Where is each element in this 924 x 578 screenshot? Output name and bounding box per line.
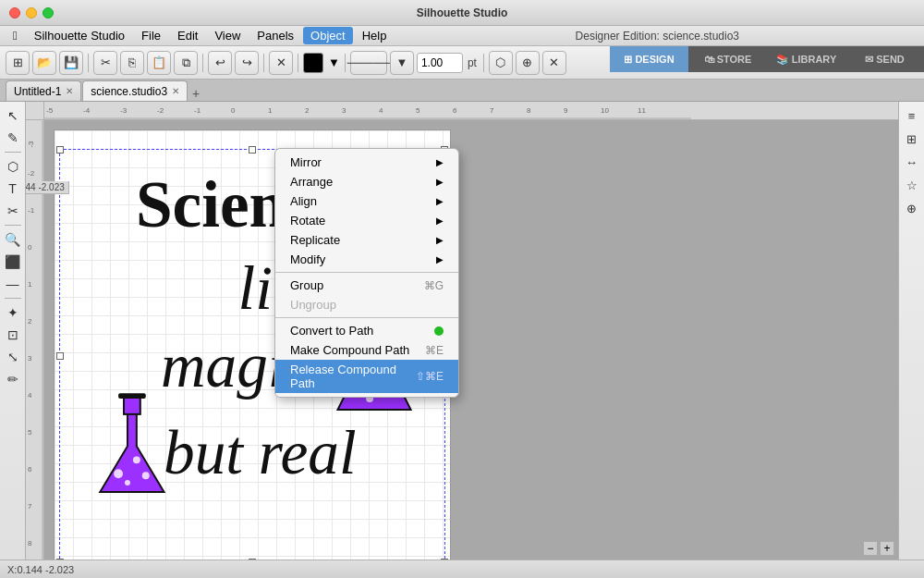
line-dropdown[interactable]: ▼ (390, 51, 414, 75)
svg-rect-37 (118, 393, 146, 399)
text-tool[interactable]: T (3, 178, 23, 199)
menu-apple[interactable]:  (6, 27, 25, 44)
menu-sep2 (275, 317, 458, 318)
svg-text:5: 5 (28, 428, 32, 437)
svg-text:6: 6 (453, 106, 457, 115)
color-picker[interactable] (303, 53, 323, 73)
close-btn2[interactable]: ✕ (542, 51, 566, 75)
nodes-btn[interactable]: ⬡ (489, 51, 513, 75)
draw-tool[interactable]: ✎ (3, 128, 23, 148)
lt-sep2 (5, 225, 21, 226)
menu-group[interactable]: Group ⌘G (275, 276, 458, 295)
minimize-button[interactable] (26, 7, 37, 18)
maximize-button[interactable] (43, 7, 54, 18)
menu-panels[interactable]: Panels (249, 27, 301, 44)
paste-button[interactable]: 📋 (147, 51, 171, 75)
ruler-corner (26, 102, 44, 120)
svg-text:2: 2 (305, 106, 310, 115)
menu-mirror[interactable]: Mirror ▶ (275, 153, 458, 172)
ruler-h-ticks: -5 -4 -3 -2 -1 0 1 2 3 4 5 6 7 8 9 10 11 (44, 102, 898, 120)
svg-text:-5: -5 (46, 106, 54, 115)
store-icon: 🛍 (704, 54, 714, 65)
rp-btn-4[interactable]: ☆ (902, 175, 922, 195)
tabs-row: Untitled-1 ✕ science.studio3 ✕ + (0, 80, 924, 102)
menu-object[interactable]: Object (303, 27, 353, 44)
statusbar: X:0.144 -2.023 (0, 560, 924, 578)
zoom-in[interactable]: + (880, 541, 894, 556)
svg-text:5: 5 (416, 106, 420, 115)
zoom-out[interactable]: − (863, 541, 878, 556)
handle-top-left[interactable] (56, 146, 64, 154)
undo-button[interactable]: ↩ (208, 51, 232, 75)
svg-text:4: 4 (379, 106, 383, 115)
rp-btn-1[interactable]: ≡ (902, 105, 922, 126)
delete-button[interactable]: ✕ (269, 51, 293, 75)
menu-rotate-arrow: ▶ (436, 215, 444, 226)
shape-tool[interactable]: ⬡ (3, 156, 23, 177)
eraser-tool[interactable]: ✂ (3, 201, 23, 221)
new-tab-button[interactable]: + (188, 86, 203, 101)
right-panel: ≡ ⊞ ↔ ☆ ⊕ (898, 102, 924, 560)
svg-text:4: 4 (28, 391, 32, 400)
svg-point-38 (114, 469, 123, 478)
sep5 (345, 54, 346, 72)
menu-modify[interactable]: Modify ▶ (275, 250, 458, 269)
svg-text:-3: -3 (120, 106, 128, 115)
pen-tool[interactable]: ✏ (3, 369, 23, 389)
tab-untitled-close[interactable]: ✕ (66, 86, 73, 96)
transform-tool[interactable]: ⤡ (3, 347, 23, 367)
menu-view[interactable]: View (207, 27, 248, 44)
tab-library[interactable]: 📚 LIBRARY (767, 46, 845, 72)
star-tool[interactable]: ✦ (3, 302, 23, 323)
tab-design[interactable]: ⊞ DESIGN (610, 46, 688, 72)
tab-science-close[interactable]: ✕ (172, 86, 179, 96)
line-style-btn[interactable]: ───── (350, 51, 387, 75)
sep4 (298, 54, 298, 72)
close-button[interactable] (9, 7, 20, 18)
menu-help[interactable]: Help (355, 27, 395, 44)
menu-rotate[interactable]: Rotate ▶ (275, 211, 458, 230)
rp-btn-3[interactable]: ↔ (902, 152, 922, 172)
menu-file[interactable]: File (134, 27, 168, 44)
object-menu: Mirror ▶ Arrange ▶ Align ▶ Rotate ▶ Repl… (274, 148, 459, 398)
rp-btn-5[interactable]: ⊕ (902, 198, 922, 218)
menu-edit[interactable]: Edit (170, 27, 205, 44)
svg-marker-35 (100, 410, 164, 492)
menu-align[interactable]: Align ▶ (275, 191, 458, 211)
svg-point-41 (125, 480, 130, 486)
redo-button[interactable]: ↪ (235, 51, 259, 75)
menu-arrange-arrow: ▶ (436, 177, 444, 187)
handle-top-mid[interactable] (249, 146, 256, 154)
zoom-tool[interactable]: 🔍 (3, 229, 23, 250)
select-tool[interactable]: ↖ (3, 105, 23, 126)
cut-button[interactable]: ✂ (93, 51, 117, 75)
crop-tool[interactable]: ⊡ (3, 325, 23, 345)
menu-arrange[interactable]: Arrange ▶ (275, 172, 458, 191)
lt-sep3 (5, 298, 21, 299)
menu-replicate-arrow: ▶ (436, 235, 444, 245)
menu-app[interactable]: Silhouette Studio (27, 27, 132, 44)
new-button[interactable]: ⊞ (6, 51, 30, 75)
left-toolbar: ↖ ✎ ⬡ T ✂ 🔍 ⬛ — ✦ ⊡ ⤡ ✏ (0, 102, 26, 560)
stroke-width-input[interactable] (417, 53, 463, 73)
menubar:  Silhouette Studio File Edit View Panel… (0, 26, 924, 46)
menu-convert-path[interactable]: Convert to Path (275, 321, 458, 340)
transform-btn[interactable]: ⊕ (516, 51, 540, 75)
paste-special-button[interactable]: ⧉ (174, 51, 198, 75)
copy-button[interactable]: ⎘ (120, 51, 144, 75)
fill-tool[interactable]: ⬛ (3, 252, 23, 272)
menu-release-compound[interactable]: Release Compound Path ⇧⌘E (275, 360, 458, 393)
tab-store[interactable]: 🛍 STORE (688, 46, 767, 72)
menu-replicate[interactable]: Replicate ▶ (275, 230, 458, 250)
open-button[interactable]: 📂 (32, 51, 56, 75)
menu-make-compound[interactable]: Make Compound Path ⌘E (275, 340, 458, 360)
tab-untitled[interactable]: Untitled-1 ✕ (6, 80, 81, 101)
canvas-area: -5 -4 -3 -2 -1 0 1 2 3 4 5 6 7 8 9 10 11 (26, 102, 898, 560)
convert-path-bullet (434, 326, 444, 336)
tab-send[interactable]: ✉ SEND (845, 46, 924, 72)
save-button[interactable]: 💾 (59, 51, 83, 75)
tab-science[interactable]: science.studio3 ✕ (82, 80, 188, 101)
rp-btn-2[interactable]: ⊞ (902, 129, 922, 149)
color-dropdown[interactable]: ▼ (328, 55, 340, 69)
line-tool[interactable]: — (3, 274, 23, 294)
